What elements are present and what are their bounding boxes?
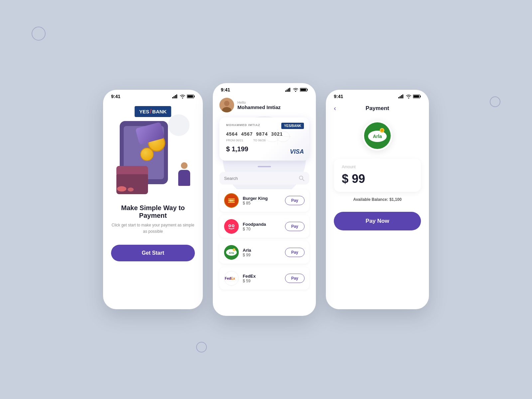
svg-rect-3 bbox=[176, 94, 177, 98]
status-bar-2: 9:41 bbox=[213, 83, 316, 94]
phone3-content: ‹ Payment Arla Amount $ 99 Ava bbox=[326, 101, 429, 230]
pay-button-fp[interactable]: Pay bbox=[285, 222, 305, 231]
status-icons-1 bbox=[172, 94, 195, 98]
phones-container: 9:41 bbox=[103, 83, 429, 316]
svg-rect-13 bbox=[301, 89, 306, 91]
svg-rect-2 bbox=[175, 95, 176, 98]
svg-line-22 bbox=[303, 179, 304, 181]
svg-rect-44 bbox=[420, 96, 421, 97]
get-start-button[interactable]: Get Start bbox=[111, 245, 195, 261]
arla-logo-small: Arla bbox=[224, 245, 239, 260]
signal-icon-3 bbox=[398, 94, 404, 98]
svg-text:Arla: Arla bbox=[373, 134, 382, 139]
merchant-item-arla: Arla Arla $ 99 Pay bbox=[219, 241, 309, 264]
svg-point-50 bbox=[381, 129, 383, 132]
wifi-icon-2 bbox=[293, 88, 298, 92]
decorative-circle-bottom-center bbox=[196, 342, 207, 352]
merchant-name-fedex: FedEx bbox=[243, 274, 281, 279]
svg-rect-41 bbox=[401, 95, 402, 98]
battery-icon-1 bbox=[187, 94, 195, 98]
merchant-price-fp: $ 70 bbox=[243, 227, 281, 231]
svg-rect-9 bbox=[288, 88, 289, 92]
svg-rect-12 bbox=[307, 89, 308, 91]
status-time-3: 9:41 bbox=[334, 94, 343, 99]
svg-text:Fed: Fed bbox=[225, 276, 231, 280]
burger-king-logo: BK bbox=[224, 193, 239, 208]
merchant-item-burger-king: BK Burger King $ 85 Pay bbox=[219, 189, 309, 212]
svg-rect-8 bbox=[287, 89, 288, 92]
merchant-price-arla: $ 99 bbox=[243, 253, 281, 257]
gear-bg bbox=[168, 114, 190, 136]
status-icons-3 bbox=[398, 94, 421, 98]
foodpanda-logo bbox=[224, 219, 239, 234]
fedex-logo: Fed Ex bbox=[224, 271, 239, 286]
wallet-flap bbox=[116, 166, 148, 174]
onboarding-illustration: YES / BANK bbox=[113, 104, 193, 198]
user-greeting: Hello Mohammed Imtiaz bbox=[219, 94, 309, 117]
svg-rect-40 bbox=[400, 96, 401, 98]
status-time-2: 9:41 bbox=[221, 87, 230, 92]
person-illustration bbox=[178, 162, 190, 186]
phone-main: 9:41 bbox=[213, 83, 316, 316]
battery-icon-3 bbox=[413, 94, 421, 98]
balance-label: Available Balance: bbox=[353, 197, 388, 202]
search-icon bbox=[299, 175, 305, 181]
foodpanda-info: Foodpanda $ 70 bbox=[243, 222, 281, 231]
search-input[interactable] bbox=[224, 176, 296, 181]
user-avatar bbox=[219, 98, 234, 112]
decorative-blobs bbox=[117, 186, 134, 192]
svg-point-31 bbox=[229, 225, 230, 226]
svg-text:BK: BK bbox=[229, 199, 233, 202]
user-name: Mohammed Imtiaz bbox=[237, 104, 281, 110]
svg-rect-39 bbox=[398, 97, 399, 98]
arla-info: Arla $ 99 bbox=[243, 248, 281, 257]
svg-point-21 bbox=[299, 176, 303, 180]
svg-point-15 bbox=[224, 101, 229, 106]
status-bar-1: 9:41 bbox=[103, 90, 203, 101]
avatar-svg bbox=[219, 98, 234, 112]
svg-rect-6 bbox=[188, 95, 193, 98]
greeting-text: Hello Mohammed Imtiaz bbox=[237, 100, 281, 110]
available-balance: Available Balance: $1,100 bbox=[353, 197, 402, 202]
merchant-name-bk: Burger King bbox=[243, 196, 281, 201]
search-box[interactable] bbox=[219, 172, 309, 185]
fedex-logo-svg: Fed Ex bbox=[224, 273, 238, 283]
amount-card: Amount $ 99 bbox=[334, 159, 421, 192]
bk-logo-svg: BK bbox=[225, 194, 238, 207]
fedex-info: FedEx $ 59 bbox=[243, 274, 281, 283]
coin-small bbox=[140, 148, 154, 161]
pay-button-bk[interactable]: Pay bbox=[285, 196, 305, 205]
merchant-name-fp: Foodpanda bbox=[243, 222, 281, 227]
fp-logo-svg bbox=[225, 220, 238, 233]
svg-rect-10 bbox=[289, 88, 290, 92]
decorative-circle-right bbox=[490, 96, 500, 107]
svg-point-32 bbox=[232, 225, 234, 226]
card-map bbox=[264, 127, 291, 146]
pay-button-arla[interactable]: Pay bbox=[285, 248, 305, 257]
svg-rect-45 bbox=[414, 95, 419, 98]
signal-icon-2 bbox=[285, 88, 291, 92]
phone1-content: YES / BANK bbox=[103, 101, 203, 304]
visa-logo: VISA bbox=[290, 148, 304, 155]
arla-logo-large-svg: Arla bbox=[364, 122, 391, 149]
bank-card[interactable]: MOHAMMED IMTIAZ YES/BANK 4564 4567 bbox=[219, 117, 309, 161]
phone-onboarding: 9:41 bbox=[103, 90, 203, 309]
arla-logo-svg: Arla bbox=[224, 245, 239, 260]
amount-label: Amount bbox=[342, 165, 413, 169]
status-bar-3: 9:41 bbox=[326, 90, 429, 101]
greeting-hello: Hello bbox=[237, 100, 281, 104]
pay-now-button[interactable]: Pay Now bbox=[334, 212, 421, 230]
amount-value: $ 99 bbox=[342, 172, 413, 186]
merchant-item-fedex: Fed Ex FedEx $ 59 Pay bbox=[219, 267, 309, 290]
payment-page-title: Payment bbox=[366, 105, 389, 112]
wifi-icon-3 bbox=[406, 94, 411, 98]
pay-button-fedex[interactable]: Pay bbox=[285, 274, 305, 283]
balance-value: $1,100 bbox=[389, 197, 402, 202]
svg-rect-1 bbox=[174, 96, 175, 98]
back-button[interactable]: ‹ bbox=[334, 104, 336, 112]
svg-rect-5 bbox=[194, 96, 195, 97]
burger-king-info: Burger King $ 85 bbox=[243, 196, 281, 205]
signal-icon-1 bbox=[172, 94, 178, 98]
merchant-name-arla: Arla bbox=[243, 248, 281, 253]
card-slide-indicator bbox=[258, 166, 271, 167]
